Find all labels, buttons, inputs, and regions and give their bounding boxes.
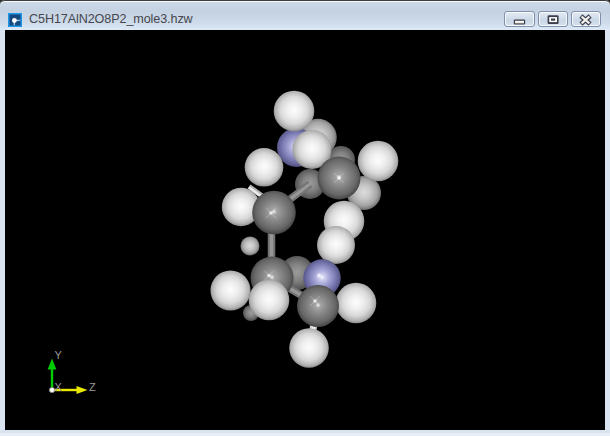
- svg-text:X: X: [55, 381, 63, 393]
- svg-text:Y: Y: [55, 349, 63, 361]
- svg-text:Z: Z: [89, 381, 96, 393]
